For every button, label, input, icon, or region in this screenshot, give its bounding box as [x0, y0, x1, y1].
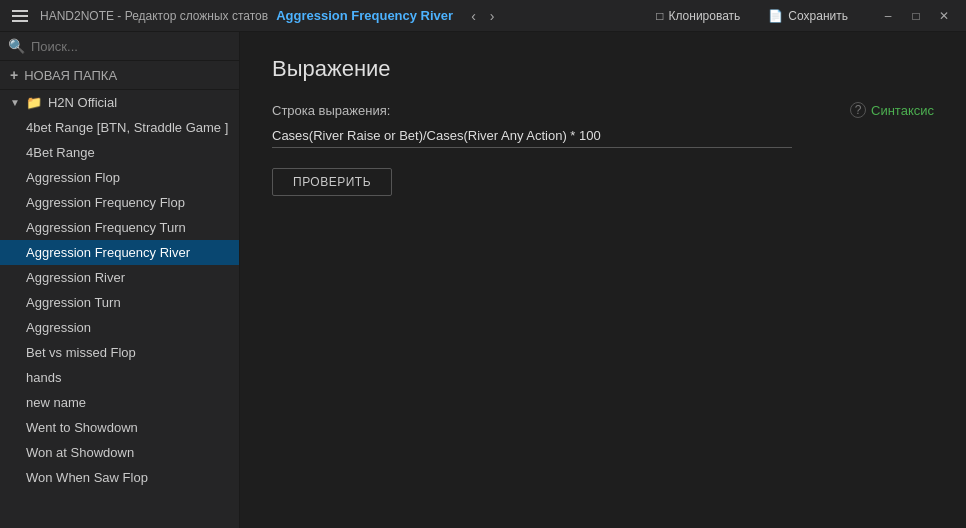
nav-forward-button[interactable]: › [484, 6, 501, 26]
syntax-link[interactable]: Синтаксис [871, 103, 934, 118]
clone-button[interactable]: □ Клонировать [646, 5, 750, 27]
list-item[interactable]: Aggression [0, 315, 239, 340]
close-button[interactable]: ✕ [930, 2, 958, 30]
list-item[interactable]: Aggression Turn [0, 290, 239, 315]
minimize-button[interactable]: – [874, 2, 902, 30]
plus-icon: + [10, 67, 18, 83]
check-button[interactable]: ПРОВЕРИТЬ [272, 168, 392, 196]
search-input[interactable] [31, 39, 231, 54]
list-item[interactable]: 4Bet Range [0, 140, 239, 165]
content-area: Выражение Строка выражения: ? Синтаксис … [240, 32, 966, 528]
nav-back-button[interactable]: ‹ [465, 6, 482, 26]
expression-input[interactable] [272, 124, 792, 148]
help-icon: ? [850, 102, 866, 118]
expression-label: Строка выражения: [272, 103, 390, 118]
add-folder-label: НОВАЯ ПАПКА [24, 68, 117, 83]
list-item[interactable]: Won at Showdown [0, 440, 239, 465]
list-item[interactable]: Aggression Frequency River [0, 240, 239, 265]
sidebar-list: ▼ 📁 H2N Official 4bet Range [BTN, Stradd… [0, 90, 239, 528]
save-icon: 📄 [768, 9, 783, 23]
titlebar: HAND2NOTE - Редактор сложных статов Aggr… [0, 0, 966, 32]
list-item[interactable]: hands [0, 365, 239, 390]
add-folder-button[interactable]: + НОВАЯ ПАПКА [0, 61, 239, 90]
expression-label-row: Строка выражения: ? Синтаксис [272, 102, 934, 118]
list-item[interactable]: Went to Showdown [0, 415, 239, 440]
list-item[interactable]: Aggression River [0, 265, 239, 290]
menu-icon[interactable] [8, 6, 32, 26]
list-item[interactable]: Aggression Frequency Turn [0, 215, 239, 240]
list-item[interactable]: Won When Saw Flop [0, 465, 239, 490]
syntax-label: Синтаксис [871, 103, 934, 118]
save-button[interactable]: 📄 Сохранить [758, 5, 858, 27]
clone-icon: □ [656, 9, 663, 23]
folder-icon: 📁 [26, 95, 42, 110]
window-controls: – □ ✕ [874, 2, 958, 30]
folder-name: H2N Official [48, 95, 117, 110]
nav-arrows: ‹ › [465, 6, 500, 26]
page-title: Выражение [272, 56, 934, 82]
sidebar: 🔍 + НОВАЯ ПАПКА ▼ 📁 H2N Official 4bet Ra… [0, 32, 240, 528]
doc-name: Aggression Frequency River [276, 8, 453, 23]
titlebar-actions: □ Клонировать 📄 Сохранить [646, 5, 858, 27]
main-area: 🔍 + НОВАЯ ПАПКА ▼ 📁 H2N Official 4bet Ra… [0, 32, 966, 528]
expression-section: Строка выражения: ? Синтаксис ПРОВЕРИТЬ [272, 102, 934, 196]
list-item[interactable]: Aggression Frequency Flop [0, 190, 239, 215]
search-icon: 🔍 [8, 38, 25, 54]
search-bar: 🔍 [0, 32, 239, 61]
folder-h2n-official[interactable]: ▼ 📁 H2N Official [0, 90, 239, 115]
list-item[interactable]: Aggression Flop [0, 165, 239, 190]
chevron-down-icon: ▼ [10, 97, 20, 108]
list-item[interactable]: Bet vs missed Flop [0, 340, 239, 365]
maximize-button[interactable]: □ [902, 2, 930, 30]
app-name: HAND2NOTE - Редактор сложных статов [40, 9, 268, 23]
check-button-label: ПРОВЕРИТЬ [293, 175, 371, 189]
list-item[interactable]: 4bet Range [BTN, Straddle Game ] [0, 115, 239, 140]
list-item[interactable]: new name [0, 390, 239, 415]
